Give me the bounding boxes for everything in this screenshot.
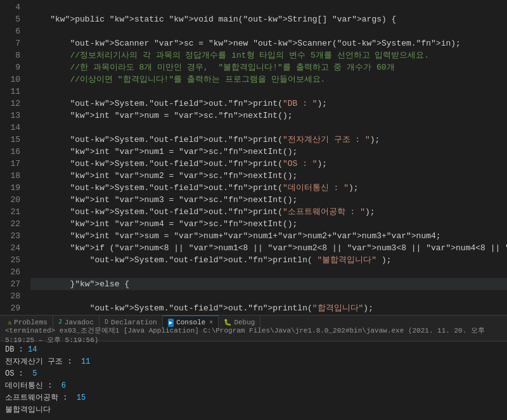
code-line: "out-kw">Scanner "var">sc = "kw">new "ou…	[30, 37, 507, 49]
line-number: 24	[5, 242, 20, 254]
code-line: "kw">int "var">num = "var">sc."fn">nextI…	[30, 110, 507, 122]
line-number: 7	[5, 37, 20, 49]
line-number: 13	[5, 110, 20, 122]
line-number: 6	[5, 25, 20, 37]
editor-area: 4567891011121314151617181920212223242526…	[0, 0, 507, 315]
output-line: 전자계산기 구조 : 11	[5, 356, 502, 368]
line-number: 10	[5, 73, 20, 86]
line-number: 30	[5, 314, 20, 315]
line-number: 23	[5, 230, 20, 242]
code-line: "out-kw">System."out-field">out."fn">pri…	[30, 182, 507, 194]
line-number: 21	[5, 206, 20, 218]
line-number: 9	[5, 61, 20, 73]
code-line: "kw">int "var">sum = "var">num+"var">num…	[30, 230, 507, 242]
line-number: 20	[5, 194, 20, 206]
line-number: 25	[5, 254, 20, 266]
line-number: 11	[5, 86, 20, 98]
line-number: 12	[5, 98, 20, 110]
line-number: 4	[5, 1, 20, 13]
line-numbers: 4567891011121314151617181920212223242526…	[0, 0, 25, 315]
output-area: DB : 14전자계산기 구조 : 11OS : 5데이터통신 : 6소프트웨어…	[0, 341, 507, 420]
output-line: 불합격입니다	[5, 404, 502, 416]
output-line: OS : 5	[5, 368, 502, 380]
code-line: }"kw">else {	[30, 278, 507, 290]
code-line: //정보처리기사의 각 과목의 정답개수를 int형 타입의 변수 5개를 선언…	[30, 49, 507, 61]
line-number: 16	[5, 146, 20, 158]
line-number: 19	[5, 182, 20, 194]
code-line	[30, 290, 507, 302]
output-line: DB : 14	[5, 344, 502, 356]
code-line: "out-kw">System."out-field">out."fn">pri…	[30, 134, 507, 146]
line-number: 26	[5, 266, 20, 278]
code-line: }	[30, 314, 507, 315]
output-line: 데이터통신 : 6	[5, 380, 502, 392]
code-line: //한 과목이라도 8개 미만인 경우, "불합격입니다!"를 출력하고 중 개…	[30, 61, 507, 73]
code-line: "kw">int "var">num3 = "var">sc."fn">next…	[30, 194, 507, 206]
code-line	[30, 86, 507, 98]
line-number: 14	[5, 122, 20, 134]
output-header: <terminated> ex03_조건문예제1 [Java Applicati…	[0, 329, 507, 341]
line-number: 29	[5, 302, 20, 314]
code-line	[30, 266, 507, 278]
line-number: 15	[5, 134, 20, 146]
line-number: 17	[5, 158, 20, 170]
code-line: "kw">if ("var">num<8 || "var">num1<8 || …	[30, 242, 507, 254]
code-line: "out-kw">System."out-field">out."fn">pri…	[30, 254, 507, 266]
code-line: //이상이면 "합격입니다!"를 출력하는 프로그램을 만들어보세요.	[30, 73, 507, 86]
code-line	[30, 122, 507, 134]
code-line: "kw">int "var">num1 = "var">sc."fn">next…	[30, 146, 507, 158]
code-line: "out-kw">System."out-field">out."fn">pri…	[30, 158, 507, 170]
code-content[interactable]: "kw">public "kw">static "kw">void main("…	[25, 0, 507, 315]
line-number: 8	[5, 49, 20, 61]
code-line: "out-kw">System."out-field">out."fn">pri…	[30, 302, 507, 314]
code-line: "out-kw">System."out-field">out."fn">pri…	[30, 98, 507, 110]
code-line: "out-kw">System."out-field">out."fn">pri…	[30, 206, 507, 218]
line-number: 27	[5, 278, 20, 290]
code-line: "kw">public "kw">static "kw">void main("…	[30, 13, 507, 25]
line-number: 22	[5, 218, 20, 230]
output-line: 소프트웨어공학 : 15	[5, 392, 502, 404]
code-line: "kw">int "var">num4 = "var">sc."fn">next…	[30, 218, 507, 230]
code-line: "kw">int "var">num2 = "var">sc."fn">next…	[30, 170, 507, 182]
code-line	[30, 1, 507, 13]
line-number: 18	[5, 170, 20, 182]
line-number: 5	[5, 13, 20, 25]
code-line	[30, 25, 507, 37]
line-number: 28	[5, 290, 20, 302]
